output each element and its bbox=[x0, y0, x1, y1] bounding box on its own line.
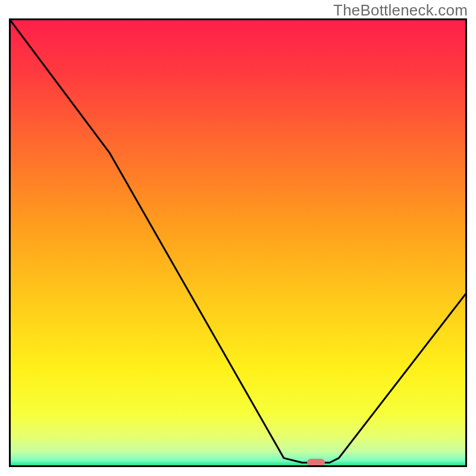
chart-frame: TheBottleneck.com bbox=[0, 0, 476, 476]
heat-background bbox=[9, 18, 467, 467]
watermark-text: TheBottleneck.com bbox=[333, 1, 468, 20]
optimal-point-marker bbox=[307, 459, 325, 466]
bottleneck-plot bbox=[9, 18, 467, 467]
